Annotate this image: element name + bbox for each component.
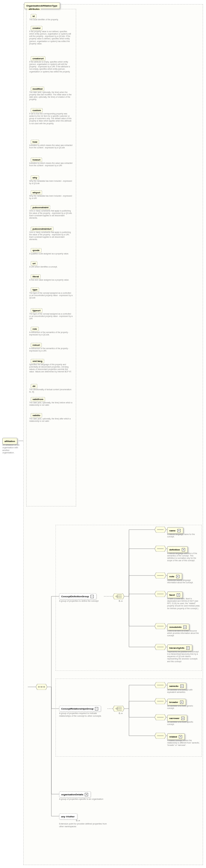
svg-point-3 bbox=[41, 686, 42, 687]
attributes-title: attributes bbox=[27, 8, 41, 10]
attr-role-desc: A refinement of the semantics of the pro… bbox=[29, 331, 73, 336]
concept-relationships-group[interactable]: ConceptRelationshipsGroup − bbox=[59, 706, 101, 712]
attr-typeuri: typeuri bbox=[29, 308, 44, 313]
expand-icon[interactable]: + bbox=[181, 717, 184, 720]
attr-validfrom: validfrom bbox=[29, 397, 47, 402]
item-facet[interactable]: facet+ bbox=[167, 592, 183, 598]
attr-modified-desc: The date (and, optionally, the time) whe… bbox=[29, 91, 73, 101]
any-mult: 0..∞ bbox=[76, 819, 80, 822]
item-sameas-desc: An identifier of a concept with equivale… bbox=[167, 689, 200, 693]
expand-icon[interactable]: + bbox=[182, 548, 185, 551]
expand-icon[interactable]: − bbox=[91, 595, 94, 598]
item-related-desc: A related concept, where the relationshi… bbox=[167, 739, 200, 746]
attr-qcode-desc: A qualified code assigned as a property … bbox=[29, 253, 69, 255]
attr-how-desc: Indicates by which means the value was e… bbox=[29, 144, 73, 149]
seq-broader bbox=[155, 698, 166, 704]
cdg-desc: A group of properties to define the conc… bbox=[59, 600, 99, 602]
cdg-mult: 0..∞ bbox=[119, 600, 123, 602]
expand-icon[interactable]: + bbox=[186, 646, 189, 650]
expand-icon[interactable]: − bbox=[95, 707, 98, 710]
item-related[interactable]: related+ bbox=[167, 733, 185, 740]
attr-typeuri-desc: The type of the concept assigned as a co… bbox=[29, 313, 73, 320]
seq-related bbox=[155, 733, 166, 739]
crg-label: ConceptRelationshipsGroup bbox=[61, 708, 94, 710]
attr-whyuri: whyuri bbox=[29, 190, 44, 195]
expand-icon[interactable]: + bbox=[177, 529, 181, 532]
expand-icon[interactable]: + bbox=[177, 593, 180, 597]
concept-definition-group[interactable]: ConceptDefinitionGroup − bbox=[59, 593, 97, 599]
attr-type-desc: The type of the concept assigned as a co… bbox=[29, 292, 73, 299]
attr-roleuri: roleuri bbox=[29, 343, 43, 348]
attr-dir: dir bbox=[29, 384, 39, 389]
attr-how: how bbox=[29, 140, 41, 145]
attr-uri-desc: A URI which identifies a concept. bbox=[29, 266, 58, 268]
attr-validto-desc: The date (and, optionally, the time) aft… bbox=[29, 417, 73, 423]
organisation-details[interactable]: organisationDetails + bbox=[59, 792, 91, 797]
attr-role: role bbox=[29, 327, 40, 332]
any-desc: Extension point for provider-defined pro… bbox=[59, 823, 107, 828]
expand-icon[interactable]: + bbox=[180, 701, 183, 704]
attr-pubconstraint-desc: One or many constraints that apply to pu… bbox=[29, 210, 73, 220]
attr-id-desc: The local identifier of the property. bbox=[29, 19, 58, 21]
affiliation-element[interactable]: affiliation bbox=[2, 438, 17, 444]
seq-sameas bbox=[155, 682, 166, 688]
any-label: any ##other bbox=[61, 815, 75, 818]
seq-note bbox=[155, 572, 166, 579]
attr-whyuri-desc: Why the metadata has been included - exp… bbox=[29, 195, 73, 199]
attr-creator-desc: If the property value is not defined, sp… bbox=[29, 30, 73, 45]
item-broader-desc: An identifier of a more generic concept. bbox=[167, 705, 200, 710]
attr-howuri: howuri bbox=[29, 157, 44, 162]
item-definition-desc: A natural language definition of the sem… bbox=[167, 552, 200, 562]
expand-icon[interactable]: + bbox=[180, 684, 184, 688]
affiliation-desc: An affiliation of the organisation with … bbox=[2, 444, 22, 454]
attr-pubconstraint: pubconstraint bbox=[29, 205, 52, 210]
seq-facet bbox=[155, 591, 166, 597]
attr-xml-lang-desc: Specifies the language of this property … bbox=[29, 363, 73, 373]
attr-custom: custom bbox=[29, 108, 44, 113]
seq-remote bbox=[155, 623, 166, 629]
item-narrower[interactable]: narrower+ bbox=[167, 715, 187, 721]
attr-dir-desc: The directionality of textual content (e… bbox=[29, 389, 73, 393]
org-label: organisationDetails bbox=[61, 793, 83, 796]
attr-validto: validto bbox=[29, 413, 44, 418]
item-note[interactable]: note+ bbox=[167, 573, 182, 580]
item-sameas[interactable]: sameAs+ bbox=[167, 683, 186, 689]
attr-type: type bbox=[29, 287, 41, 292]
attr-howuri-desc: Indicates by which means the value was e… bbox=[29, 162, 73, 167]
attr-creatoruri-desc: If the attribute is empty, specifies whi… bbox=[29, 61, 73, 73]
item-definition[interactable]: definition+ bbox=[167, 546, 188, 553]
any-other[interactable]: any ##other bbox=[59, 813, 77, 819]
attr-literal: literal bbox=[29, 274, 42, 279]
sequence-compositor-main bbox=[36, 684, 47, 690]
expand-icon[interactable]: + bbox=[85, 793, 88, 796]
attr-modified: modified bbox=[29, 86, 46, 91]
attr-why-desc: Why the metadata has been included - exp… bbox=[29, 180, 73, 185]
attr-pubconstrainturi: pubconstrainturi bbox=[29, 226, 55, 231]
item-hierarchyinfo[interactable]: hierarchyInfo+ bbox=[167, 645, 192, 651]
affiliation-label: affiliation bbox=[4, 440, 15, 443]
attr-uri: uri bbox=[29, 261, 39, 266]
svg-point-2 bbox=[38, 686, 39, 687]
attr-creatoruri: creatoruri bbox=[29, 56, 47, 61]
item-name[interactable]: name+ bbox=[167, 527, 183, 534]
attr-qcode: qcode bbox=[29, 248, 43, 253]
seq-name bbox=[155, 527, 166, 533]
item-remoteinfo[interactable]: remoteInfo+ bbox=[167, 624, 189, 630]
item-broader[interactable]: broader+ bbox=[167, 699, 186, 705]
seq-narrower bbox=[155, 714, 166, 720]
item-note-desc: Additional natural language information … bbox=[167, 579, 200, 584]
attr-roleuri-desc: A refinement of the semantics of the pro… bbox=[29, 347, 73, 352]
expand-icon[interactable]: + bbox=[183, 625, 187, 629]
item-narrower-desc: An identifier of a more specific concept… bbox=[167, 721, 200, 725]
org-desc: A group of properties specific to an org… bbox=[59, 798, 103, 801]
expand-icon[interactable]: + bbox=[176, 575, 179, 578]
cdg-label: ConceptDefinitionGroup bbox=[61, 595, 89, 598]
crg-mult: 0..∞ bbox=[119, 712, 123, 714]
expand-icon[interactable]: + bbox=[179, 735, 182, 738]
attr-literal-desc: A free-text value assigned as a property… bbox=[29, 279, 69, 281]
attr-validfrom-desc: The date (and, optionally, the time) bef… bbox=[29, 402, 73, 406]
attr-id: id bbox=[29, 14, 38, 19]
attr-custom-desc: If set to true the corresponding propert… bbox=[29, 113, 73, 125]
seq-def bbox=[155, 546, 166, 552]
choice-compositor-crg bbox=[113, 706, 124, 712]
